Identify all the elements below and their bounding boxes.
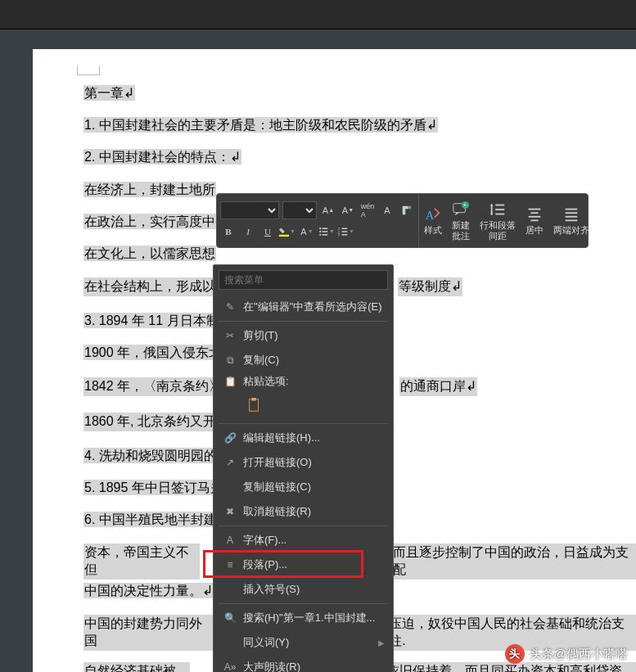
center-align-button[interactable]: 居中 bbox=[521, 194, 548, 247]
ctx-edit-hyperlink[interactable]: 🔗 编辑超链接(H)... bbox=[214, 426, 393, 450]
doc-line-right[interactable]: 而且逐步控制了中国的政治，日益成为支配 bbox=[392, 543, 636, 580]
ctx-label: 粘贴选项: bbox=[243, 374, 385, 389]
remove-link-icon: ✖ bbox=[222, 506, 238, 517]
svg-point-3 bbox=[319, 230, 321, 232]
doc-line[interactable]: 6. 中国半殖民地半封建 bbox=[83, 512, 218, 527]
doc-line-left[interactable]: 1860 年, 北京条约又开 bbox=[83, 413, 217, 431]
justify-align-button[interactable]: 两端对齐 bbox=[548, 194, 594, 247]
svg-rect-17 bbox=[491, 205, 493, 214]
ctx-label: 复制超链接(C) bbox=[243, 480, 385, 494]
styles-button[interactable]: A 样式 bbox=[419, 194, 447, 247]
svg-point-5 bbox=[319, 233, 321, 235]
ruler-tab-marker bbox=[77, 65, 100, 75]
doc-line[interactable]: 1900 年，俄国入侵东北 bbox=[83, 345, 223, 360]
doc-line[interactable]: 3. 1894 年 11 月日本制 bbox=[83, 313, 220, 328]
highlight-color-button[interactable]: ▼ bbox=[279, 223, 295, 240]
underline-button[interactable]: U bbox=[259, 223, 276, 240]
page-area: 第一章↲ 1. 中国封建社会的主要矛盾是：地主阶级和农民阶级的矛盾↲ 2. 中国… bbox=[0, 29, 636, 672]
doc-line[interactable]: 1. 中国封建社会的主要矛盾是：地主阶级和农民阶级的矛盾↲ bbox=[83, 117, 438, 133]
svg-rect-0 bbox=[279, 234, 289, 236]
svg-text:+: + bbox=[463, 202, 467, 210]
svg-rect-23 bbox=[529, 216, 541, 218]
italic-button[interactable]: I bbox=[240, 223, 256, 240]
doc-line[interactable]: 在经济上，封建土地所 bbox=[83, 182, 216, 197]
decrease-font-icon[interactable]: A▼ bbox=[340, 202, 356, 219]
ctx-read-aloud[interactable]: A» 大声朗读(R) bbox=[214, 655, 393, 672]
doc-line[interactable]: 在文化上，以儒家思想 bbox=[83, 246, 216, 261]
ctx-label: 取消超链接(R) bbox=[243, 504, 385, 519]
font-family-combobox[interactable] bbox=[220, 201, 279, 219]
watermark-logo-icon: 头 bbox=[505, 644, 525, 664]
ctx-insert-symbol[interactable]: 插入符号(S) bbox=[214, 577, 393, 602]
doc-line[interactable]: 2. 中国封建社会的特点：↲ bbox=[83, 149, 241, 165]
doc-line-left[interactable]: 自然经济基础被破 bbox=[83, 662, 190, 672]
context-menu: ✎ 在"编辑器"中查看所选内容(E) ✂ 剪切(T) ⧉ 复制(C) 📋 粘贴选… bbox=[213, 264, 394, 672]
paragraph-icon: ≡ bbox=[222, 559, 238, 571]
separator bbox=[219, 423, 388, 424]
font-phonetic-icon[interactable]: wénA bbox=[359, 202, 376, 219]
paste-icon: 📋 bbox=[222, 376, 238, 387]
svg-rect-8 bbox=[342, 228, 348, 229]
line-spacing-button[interactable]: 行和段落 间距 bbox=[475, 194, 521, 247]
ctx-remove-hyperlink[interactable]: ✖ 取消超链接(R) bbox=[214, 499, 393, 524]
doc-line-left[interactable]: 中国的封建势力同外国 bbox=[83, 615, 213, 651]
context-search-input[interactable] bbox=[219, 270, 388, 290]
open-link-icon: ↗ bbox=[222, 457, 238, 468]
line-spacing-label: 行和段落 间距 bbox=[480, 220, 516, 240]
ctx-open-hyperlink[interactable]: ↗ 打开超链接(O) bbox=[214, 450, 393, 475]
clear-format-icon[interactable]: A bbox=[379, 202, 395, 219]
separator bbox=[219, 603, 388, 604]
doc-line[interactable]: 第一章↲ bbox=[83, 85, 135, 101]
ctx-view-in-editor[interactable]: ✎ 在"编辑器"中查看所选内容(E) bbox=[214, 295, 393, 319]
font-icon: A bbox=[222, 534, 238, 546]
bold-button[interactable]: B bbox=[220, 223, 237, 240]
ctx-paragraph[interactable]: ≡ 段落(P)... bbox=[214, 552, 393, 577]
ctx-label: 大声朗读(R) bbox=[243, 660, 385, 672]
watermark-text: 头条@偶西小嗒嗒 bbox=[530, 647, 628, 662]
svg-rect-26 bbox=[566, 213, 578, 214]
separator bbox=[219, 321, 388, 322]
chevron-right-icon: ▶ bbox=[378, 638, 385, 647]
doc-line[interactable]: 5. 1895 年中日签订马关 bbox=[83, 480, 224, 495]
svg-rect-12 bbox=[342, 234, 348, 236]
svg-rect-30 bbox=[251, 398, 255, 401]
bullets-button[interactable]: ▼ bbox=[318, 223, 335, 240]
svg-rect-25 bbox=[566, 209, 578, 210]
doc-line-left[interactable]: 在社会结构上，形成以 bbox=[83, 277, 216, 296]
paste-keep-source-button[interactable] bbox=[243, 394, 266, 417]
doc-line-right[interactable]: 的通商口岸↲ bbox=[399, 377, 477, 396]
svg-point-1 bbox=[319, 228, 321, 229]
ctx-label: 复制(C) bbox=[243, 353, 385, 368]
doc-line-right[interactable]: 等级制度↲ bbox=[398, 277, 462, 296]
ctx-synonyms[interactable]: 同义词(Y) ▶ bbox=[214, 630, 393, 655]
ctx-copy[interactable]: ⧉ 复制(C) bbox=[214, 348, 393, 372]
ctx-copy-hyperlink[interactable]: 复制超链接(C) bbox=[214, 475, 393, 499]
ctx-cut[interactable]: ✂ 剪切(T) bbox=[214, 323, 393, 348]
copy-icon: ⧉ bbox=[222, 354, 238, 366]
read-aloud-icon: A» bbox=[222, 661, 238, 672]
link-icon: 🔗 bbox=[222, 432, 238, 444]
ctx-label: 在"编辑器"中查看所选内容(E) bbox=[243, 300, 385, 314]
ctx-label: 段落(P)... bbox=[243, 557, 385, 572]
doc-line[interactable]: 4. 洗劫和烧毁圆明园的 bbox=[83, 448, 218, 463]
format-painter-icon[interactable] bbox=[399, 202, 415, 219]
font-size-combobox[interactable] bbox=[282, 201, 317, 219]
center-label: 居中 bbox=[525, 225, 544, 235]
svg-rect-24 bbox=[530, 220, 538, 222]
doc-line-right[interactable]: 依旧保持着，而且同买办资本和高利贷资本 bbox=[386, 662, 636, 672]
svg-rect-20 bbox=[495, 214, 504, 215]
numbering-button[interactable]: 123▼ bbox=[338, 223, 354, 240]
doc-line[interactable]: 中国的决定性力量。↲ bbox=[83, 583, 214, 598]
new-comment-button[interactable]: + 新建 批注 bbox=[447, 194, 475, 247]
ribbon-bar bbox=[0, 0, 636, 29]
font-color-button[interactable]: A▼ bbox=[299, 223, 315, 240]
ctx-label: 剪切(T) bbox=[243, 328, 385, 343]
ctx-search-item[interactable]: 🔍 搜索(H)"第一章1.中国封建... bbox=[214, 606, 393, 630]
doc-line-left[interactable]: 资本，帝国主义不但 bbox=[83, 543, 200, 580]
svg-rect-22 bbox=[530, 213, 538, 214]
ctx-label: 字体(F)... bbox=[243, 533, 385, 548]
editor-icon: ✎ bbox=[222, 301, 238, 313]
svg-rect-10 bbox=[342, 231, 348, 232]
increase-font-icon[interactable]: A▲ bbox=[320, 202, 336, 219]
ctx-font[interactable]: A 字体(F)... bbox=[214, 528, 393, 552]
